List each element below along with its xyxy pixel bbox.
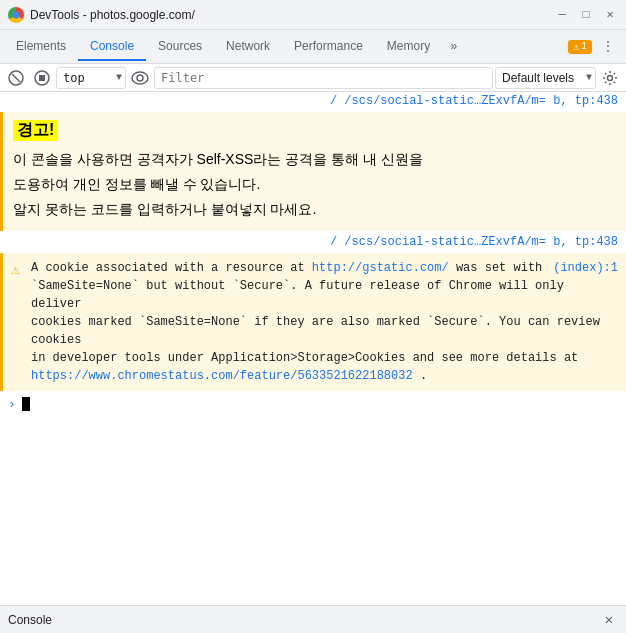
tab-more-button[interactable]: »: [442, 34, 465, 60]
warning-badge[interactable]: ⚠ 1: [568, 40, 592, 54]
bottom-bar-close-button[interactable]: ✕: [600, 611, 618, 629]
source-link-row-1: / /scs/social-static…ZExvfA/m= b, tp:438: [0, 92, 626, 110]
title-bar: DevTools - photos.google.com/ — □ ✕: [0, 0, 626, 30]
tab-elements[interactable]: Elements: [4, 33, 78, 61]
cookie-warning-line4: in developer tools under Application>Sto…: [31, 351, 578, 365]
svg-point-4: [132, 72, 148, 84]
source-ref-text: (index):1: [553, 261, 618, 275]
log-levels-select[interactable]: Default levels: [495, 67, 596, 89]
console-prompt-row: ›: [0, 393, 626, 416]
window-controls: — □ ✕: [554, 7, 618, 23]
tab-memory[interactable]: Memory: [375, 33, 442, 61]
live-expressions-button[interactable]: [128, 66, 152, 90]
cookie-warning-icon: ⚠: [11, 260, 19, 281]
bottom-bar-title: Console: [8, 613, 600, 627]
source-link-2[interactable]: / /scs/social-static…ZExvfA/m= b, tp:438: [330, 235, 618, 249]
svg-point-5: [137, 75, 143, 81]
warning-title-text: 경고!: [13, 120, 58, 141]
cookie-warning-line2: `SameSite=None` but without `Secure`. A …: [31, 279, 564, 311]
tab-console[interactable]: Console: [78, 33, 146, 61]
bottom-bar: Console ✕: [0, 605, 626, 633]
console-output: / /scs/social-static…ZExvfA/m= b, tp:438…: [0, 92, 626, 605]
clear-console-button[interactable]: [4, 66, 28, 90]
cookie-warning-prefix: A cookie associated with a resource at: [31, 261, 312, 275]
xss-warning-line3: 알지 못하는 코드를 입력하거나 붙여넣지 마세요.: [13, 197, 618, 222]
cookie-warning-link1[interactable]: http://gstatic.com/: [312, 261, 449, 275]
xss-warning-line1: 이 콘솔을 사용하면 공격자가 Self-XSS라는 공격을 통해 내 신원을: [13, 147, 618, 172]
cookie-warning-link2[interactable]: https://www.chromestatus.com/feature/563…: [31, 369, 413, 383]
filter-input[interactable]: [154, 67, 493, 89]
console-toolbar: top ▼ Default levels ▼: [0, 64, 626, 92]
xss-warning-title: 경고!: [13, 120, 618, 147]
warning-icon: ⚠: [573, 41, 579, 53]
devtools-menu-button[interactable]: ⋮: [598, 35, 618, 58]
eye-icon: [131, 71, 149, 85]
minimize-button[interactable]: —: [554, 7, 570, 23]
cookie-warning-middle: was set with: [456, 261, 542, 275]
log-levels-wrapper: Default levels ▼: [495, 67, 596, 89]
tab-bar: Elements Console Sources Network Perform…: [0, 30, 626, 64]
window-close-button[interactable]: ✕: [602, 7, 618, 23]
context-selector-wrapper: top ▼: [56, 67, 126, 89]
cookie-warning-source-ref[interactable]: (index):1: [553, 259, 618, 277]
console-settings-button[interactable]: [598, 66, 622, 90]
maximize-button[interactable]: □: [578, 7, 594, 23]
xss-warning-line2: 도용하여 개인 정보를 빼낼 수 있습니다.: [13, 172, 618, 197]
tab-right-controls: ⚠ 1 ⋮: [568, 35, 622, 58]
cookie-warning-line3: cookies marked `SameSite=None` if they a…: [31, 315, 600, 347]
prompt-arrow: ›: [8, 397, 16, 412]
chrome-logo: [8, 7, 24, 23]
tab-network[interactable]: Network: [214, 33, 282, 61]
context-selector[interactable]: top: [56, 67, 126, 89]
warning-count: 1: [581, 41, 587, 52]
settings-icon: [602, 70, 618, 86]
svg-point-6: [608, 75, 613, 80]
svg-rect-3: [39, 75, 45, 81]
svg-line-1: [12, 74, 20, 82]
source-link-row-2: / /scs/social-static…ZExvfA/m= b, tp:438: [0, 233, 626, 251]
stop-icon: [34, 70, 50, 86]
cookie-warning-suffix: .: [420, 369, 427, 383]
cookie-warning-box: ⚠ (index):1 A cookie associated with a r…: [0, 253, 626, 391]
tab-performance[interactable]: Performance: [282, 33, 375, 61]
prompt-cursor: [22, 397, 30, 411]
xss-warning-body: 이 콘솔을 사용하면 공격자가 Self-XSS라는 공격을 통해 내 신원을 …: [13, 147, 618, 223]
clear-icon: [8, 70, 24, 86]
tab-sources[interactable]: Sources: [146, 33, 214, 61]
source-link-1[interactable]: / /scs/social-static…ZExvfA/m= b, tp:438: [330, 94, 618, 108]
xss-warning-box: 경고! 이 콘솔을 사용하면 공격자가 Self-XSS라는 공격을 통해 내 …: [0, 112, 626, 231]
stop-button[interactable]: [30, 66, 54, 90]
window-title: DevTools - photos.google.com/: [30, 8, 554, 22]
